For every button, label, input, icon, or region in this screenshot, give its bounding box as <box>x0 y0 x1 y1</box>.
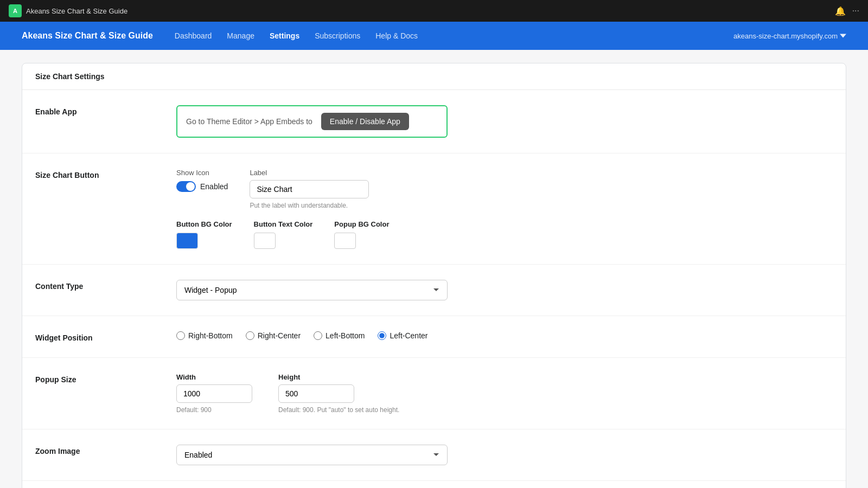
widget-position-row: Widget Position Right-Bottom Right-Cente… <box>22 316 846 358</box>
nav-help-docs[interactable]: Help & Docs <box>375 31 418 40</box>
width-hint: Default: 900 <box>176 406 252 414</box>
label-field-heading: Label <box>250 169 369 177</box>
width-label: Width <box>176 373 252 381</box>
app-icon: A <box>9 4 22 17</box>
width-field: Width Default: 900 <box>176 373 252 414</box>
button-text-color-group: Button Text Color <box>254 220 313 249</box>
bell-icon[interactable]: 🔔 <box>835 6 846 16</box>
nav-dashboard[interactable]: Dashboard <box>175 31 212 40</box>
enable-app-label: Enable App <box>35 105 176 116</box>
enable-app-instruction: Go to Theme Editor > App Embeds to <box>186 117 312 126</box>
radio-label-right-bottom: Right-Bottom <box>188 331 233 340</box>
enable-app-content: Go to Theme Editor > App Embeds to Enabl… <box>176 105 833 138</box>
show-icon-heading: Show Icon <box>176 169 228 177</box>
radio-input-left-center[interactable] <box>378 331 386 340</box>
zoom-image-label: Zoom Image <box>35 445 176 455</box>
shop-domain-selector[interactable]: akeans-size-chart.myshopify.com <box>733 32 846 40</box>
button-bg-color-group: Button BG Color <box>176 220 232 249</box>
radio-label-left-center: Left-Center <box>390 331 427 340</box>
navbar-left: Akeans Size Chart & Size Guide Dashboard… <box>22 31 418 41</box>
widget-position-content: Right-Bottom Right-Center Left-Bottom <box>176 331 833 340</box>
colors-row: Button BG Color Button Text Color Popup … <box>176 220 833 249</box>
height-hint: Default: 900. Put "auto" to set auto hei… <box>278 406 399 414</box>
popup-size-row: Popup Size Width Default: 900 Height Def… <box>22 358 846 429</box>
show-icon-label-row: Show Icon Enabled Label Put the label wi… <box>176 169 833 209</box>
custom-css-row: Custom CSS <box>22 481 846 488</box>
navbar-nav: Dashboard Manage Settings Subscriptions … <box>175 31 418 40</box>
size-chart-button-label: Size Chart Button <box>35 169 176 179</box>
content-type-row: Content Type Widget - Popup Widget - Sid… <box>22 265 846 316</box>
show-icon-toggle[interactable] <box>176 181 196 192</box>
button-bg-color-swatch[interactable] <box>176 233 198 249</box>
navbar: Akeans Size Chart & Size Guide Dashboard… <box>0 22 868 50</box>
system-bar-left: A Akeans Size Chart & Size Guide <box>9 4 127 17</box>
label-field-hint: Put the label with understandable. <box>250 202 369 209</box>
radio-right-bottom[interactable]: Right-Bottom <box>176 331 233 340</box>
popup-size-fields: Width Default: 900 Height Default: 900. … <box>176 373 833 414</box>
popup-bg-color-label: Popup BG Color <box>334 220 389 228</box>
settings-body: Enable App Go to Theme Editor > App Embe… <box>22 90 846 488</box>
radio-input-right-center[interactable] <box>246 331 254 340</box>
width-input[interactable] <box>176 384 252 403</box>
widget-position-radio-group: Right-Bottom Right-Center Left-Bottom <box>176 331 833 340</box>
content-type-select[interactable]: Widget - Popup Widget - Sidebar Widget -… <box>176 280 448 300</box>
nav-settings[interactable]: Settings <box>270 31 299 40</box>
height-input[interactable] <box>278 384 354 403</box>
button-text-color-swatch[interactable] <box>254 233 276 249</box>
card-header: Size Chart Settings <box>22 63 846 90</box>
button-text-color-label: Button Text Color <box>254 220 313 228</box>
content-type-label: Content Type <box>35 280 176 291</box>
button-bg-color-label: Button BG Color <box>176 220 232 228</box>
toggle-enabled-label: Enabled <box>200 182 228 191</box>
system-bar: A Akeans Size Chart & Size Guide 🔔 ··· <box>0 0 868 22</box>
nav-subscriptions[interactable]: Subscriptions <box>315 31 360 40</box>
shop-domain-label: akeans-size-chart.myshopify.com <box>733 32 838 40</box>
more-menu-icon[interactable]: ··· <box>852 6 859 16</box>
zoom-image-select[interactable]: Enabled Disabled <box>176 445 448 465</box>
enable-app-box: Go to Theme Editor > App Embeds to Enabl… <box>176 105 448 138</box>
popup-bg-color-group: Popup BG Color <box>334 220 389 249</box>
popup-size-label: Popup Size <box>35 373 176 384</box>
zoom-image-content: Enabled Disabled <box>176 445 833 465</box>
label-field-group: Label Put the label with understandable. <box>250 169 369 209</box>
settings-card: Size Chart Settings Enable App Go to The… <box>22 63 846 488</box>
content-type-content: Widget - Popup Widget - Sidebar Widget -… <box>176 280 833 300</box>
show-icon-section: Show Icon Enabled <box>176 169 228 192</box>
size-chart-button-row: Size Chart Button Show Icon Enabled <box>22 153 846 265</box>
popup-bg-color-swatch[interactable] <box>334 233 356 249</box>
label-text-input[interactable] <box>250 180 369 198</box>
enable-disable-app-button[interactable]: Enable / Disable App <box>321 113 409 130</box>
radio-left-bottom[interactable]: Left-Bottom <box>314 331 365 340</box>
enable-app-row: Enable App Go to Theme Editor > App Embe… <box>22 90 846 153</box>
radio-right-center[interactable]: Right-Center <box>246 331 301 340</box>
zoom-image-row: Zoom Image Enabled Disabled <box>22 429 846 481</box>
main-content: Size Chart Settings Enable App Go to The… <box>0 50 868 488</box>
radio-left-center[interactable]: Left-Center <box>378 331 427 340</box>
popup-size-content: Width Default: 900 Height Default: 900. … <box>176 373 833 414</box>
navbar-brand: Akeans Size Chart & Size Guide <box>22 31 153 41</box>
radio-input-right-bottom[interactable] <box>176 331 185 340</box>
radio-label-right-center: Right-Center <box>258 331 301 340</box>
system-bar-title: Akeans Size Chart & Size Guide <box>26 7 127 15</box>
size-chart-button-content: Show Icon Enabled Label Put the label wi… <box>176 169 833 249</box>
widget-position-label: Widget Position <box>35 331 176 342</box>
radio-label-left-bottom: Left-Bottom <box>326 331 365 340</box>
system-bar-right: 🔔 ··· <box>835 6 859 16</box>
nav-manage[interactable]: Manage <box>227 31 254 40</box>
radio-input-left-bottom[interactable] <box>314 331 322 340</box>
toggle-row: Enabled <box>176 181 228 192</box>
height-label: Height <box>278 373 399 381</box>
height-field: Height Default: 900. Put "auto" to set a… <box>278 373 399 414</box>
